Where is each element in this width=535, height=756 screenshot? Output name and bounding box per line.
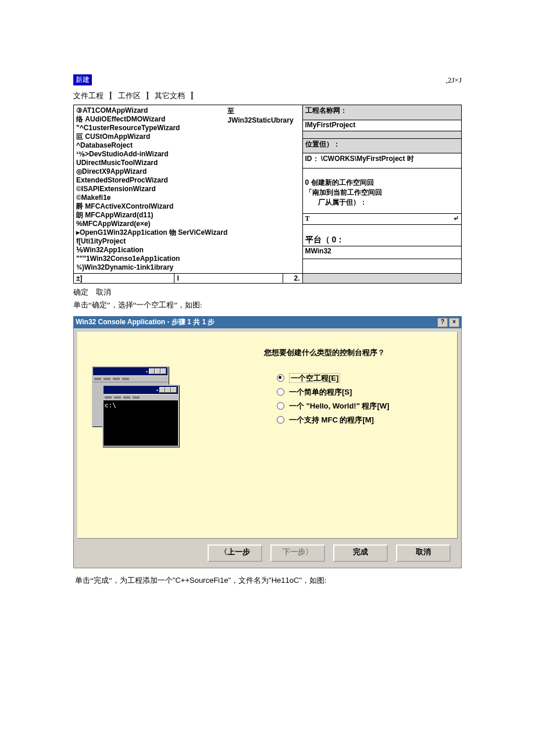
wizard-item[interactable]: 朗 MFCAppWizard(d11) [76,211,227,220]
bottom-left: ±] [74,274,174,284]
instruction-1: 单击“确定”，选择“一个空工程”，如图: [73,300,462,310]
radio-mfc-app[interactable]: 一个支持 MFC 的程序[M] [277,415,389,425]
location-input[interactable]: ID： \CWORKS\MyFirstProject 时 [302,153,462,169]
radio-empty-project[interactable]: 一个空工程[E] [277,373,389,384]
location-label: 位置但）： [302,138,462,153]
radio-new-workspace[interactable]: 0 创建新的工作空间回 [305,178,459,188]
wizard-item[interactable]: ©ISAPIExtensionWizard [76,185,227,194]
next-button: 下一步〉 [270,544,325,562]
wizard-item[interactable]: ¹³⁄₈>DevStudioAdd-inWizard [76,150,227,159]
illustration: ▪ ▪ c:\ [92,366,191,471]
wizard-item[interactable]: ◎DirectX9AppWizard [76,167,227,176]
wizard-item[interactable]: ExtendedStoredProcWizard [76,176,227,185]
new-label: 新建 [73,74,92,85]
radio-hello-world[interactable]: 一个 "Hello, World!" 程序[W] [277,401,389,411]
wizard-item[interactable]: 叵 CUStOmAppWizard [76,132,227,141]
platform-label: 平台（ 0： [305,235,345,244]
cancel-button[interactable]: 取消 [96,288,111,296]
wizard-item[interactable]: 络 AUdiOEffectDMOWizard [76,115,227,124]
finish-button[interactable]: 完成 [333,544,388,562]
t-symbol: T [305,214,310,223]
wizard-item[interactable]: """1Win32Conso1eApp1ication [76,255,227,263]
bottom-center: I [174,274,283,284]
wizard-question: 您想要创建什么类型的控制台程序？ [264,347,445,358]
console-prompt: c:\ [104,400,178,446]
wizard-cancel-button[interactable]: 取消 [396,544,451,562]
tab-workspace[interactable]: 工作区 [118,91,141,100]
radio-simple-app[interactable]: 一个简单的程序[S] [277,387,389,397]
back-button[interactable]: 〈上一步 [208,544,262,562]
wizard-item[interactable]: ©Makefi1e [76,194,227,202]
project-name-input[interactable]: IMyFirstProject [302,120,462,131]
tab-file-project[interactable]: 文件工程 [73,91,104,100]
wizard-right-col: 至 JWin32StaticUbrary [227,106,293,272]
radio-add-workspace[interactable]: 「南加到当前工作空间回 [305,188,459,198]
dialog-tabs: 文件工程 I 工作区 I 其它文档 I [73,90,462,102]
wizard-item[interactable]: f[Uti1ityProject [76,237,227,246]
project-name-label: 工程名称网： [302,105,462,120]
tab-other-docs[interactable]: 其它文档 [155,91,185,100]
wizard-item[interactable]: ③AT1COMAppWizard [76,106,227,115]
wizard-title: Win32 Console Application - 步骤 1 共 1 步 [76,317,215,327]
wizard-item[interactable]: ⅑Win32App1ication [76,246,227,255]
corner-text: ,2J×J [446,76,462,85]
arrow-symbol: ⤶ [453,214,459,223]
wizard-list[interactable]: ③AT1COMAppWizard络 AUdiOEffectDMOWizard"^… [76,106,227,272]
wizard-item[interactable]: ^DatabaseRoject [76,141,227,150]
help-icon[interactable]: ? [437,318,448,327]
ok-button[interactable]: 确定 [73,288,88,296]
wizard-item[interactable]: %MFCAppWizard(e×e) [76,220,227,228]
close-icon[interactable]: × [449,318,459,327]
platform-value: MWin32 [302,246,462,259]
wizard-item[interactable]: 爵 MFCActiveXControlWizard [76,202,227,211]
instruction-2: 单击“完成”，为工程添加一个"C++SourceFi1e"，文件名为"He11o… [73,575,462,586]
wizard-item[interactable]: "^C1usterResourceTypeWizard [76,124,227,132]
wizard-dialog: Win32 Console Application - 步骤 1 共 1 步 ?… [73,316,462,568]
bottom-right: 2. [283,274,302,284]
checkbox-dependency[interactable]: 厂从属于但）： [305,198,459,207]
wizard-item[interactable]: ¾)Win32Dynamic-1ink1ibrary [76,263,227,272]
wizard-item[interactable]: ▸OpenG1Win32App1ication 物 SerViCeWizard [76,228,227,237]
wizard-item[interactable]: UDirectMusicToolWizard [76,159,227,167]
